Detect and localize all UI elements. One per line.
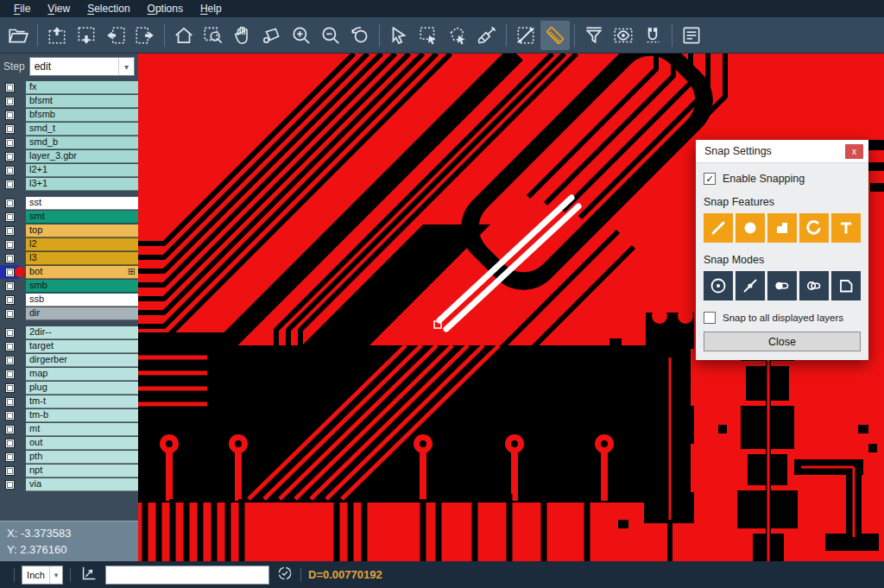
layer-visibility-checkbox[interactable] — [0, 177, 19, 191]
layer-visibility-checkbox[interactable] — [0, 464, 19, 477]
select-window-button[interactable] — [414, 21, 443, 50]
layer-visibility-checkbox[interactable] — [0, 149, 19, 163]
snap-slot-filled-button[interactable] — [767, 271, 797, 300]
snap-corner-button[interactable] — [831, 271, 861, 300]
layer-row-l3[interactable]: l3 — [0, 251, 138, 265]
filter-button[interactable] — [579, 21, 609, 50]
layer-visibility-checkbox[interactable] — [0, 422, 19, 436]
layer-row-top[interactable]: top — [0, 224, 138, 237]
clean-brush-button[interactable] — [472, 21, 502, 50]
zoom-polygon-button[interactable] — [257, 21, 287, 50]
layer-visibility-checkbox[interactable] — [0, 279, 19, 293]
report-button[interactable] — [677, 21, 706, 50]
snap-pad-button[interactable] — [767, 213, 797, 243]
layer-visibility-checkbox[interactable] — [0, 251, 19, 265]
snap-center-button[interactable] — [704, 271, 733, 300]
ruler-button[interactable] — [540, 21, 570, 50]
layer-visibility-checkbox[interactable] — [0, 210, 19, 224]
layer-visibility-checkbox[interactable] — [0, 326, 19, 339]
snap-line-button[interactable] — [704, 213, 733, 243]
pan-left-button[interactable] — [101, 21, 130, 50]
layer-row-ssb[interactable]: ssb — [0, 293, 138, 307]
layer-row-via[interactable]: via — [0, 477, 138, 491]
layer-row-fx[interactable]: fx — [0, 80, 138, 94]
snap-dialog-titlebar[interactable]: Snap Settings x — [696, 140, 868, 163]
layer-row-l2[interactable]: l2 — [0, 237, 138, 251]
menu-item-help[interactable]: Help — [192, 1, 230, 16]
layer-row-tm-b[interactable]: tm-b — [0, 408, 138, 422]
open-button[interactable] — [3, 21, 33, 50]
snap-arc-button[interactable] — [799, 213, 829, 243]
layer-visibility-checkbox[interactable] — [0, 196, 19, 210]
layer-row-dir[interactable]: dir — [0, 307, 138, 320]
menu-item-file[interactable]: File — [5, 1, 39, 16]
close-button[interactable]: Close — [704, 332, 861, 351]
zoom-in-button[interactable] — [287, 21, 316, 50]
coordinate-input[interactable] — [105, 566, 269, 585]
home-button[interactable] — [169, 21, 199, 50]
layer-row-out[interactable]: out — [0, 436, 138, 450]
refresh-check-icon[interactable] — [276, 565, 294, 585]
layer-row-dirgerber[interactable]: dirgerber — [0, 353, 138, 367]
layer-row-smd_b[interactable]: smd_b — [0, 136, 138, 149]
close-icon[interactable]: x — [845, 144, 863, 159]
layer-row-l2+1[interactable]: l2+1 — [0, 163, 138, 177]
layer-row-bot[interactable]: bot⊞ — [0, 265, 138, 279]
layer-visibility-checkbox[interactable] — [0, 136, 19, 149]
menu-item-selection[interactable]: Selection — [79, 1, 138, 16]
layer-row-map[interactable]: map — [0, 367, 138, 381]
layer-row-target[interactable]: target — [0, 339, 138, 353]
show-hide-button[interactable] — [609, 21, 638, 50]
select-arrow-button[interactable] — [384, 21, 414, 50]
snap-all-layers-checkbox[interactable] — [704, 312, 716, 324]
layer-visibility-checkbox[interactable] — [0, 408, 19, 422]
layer-visibility-checkbox[interactable] — [0, 80, 19, 94]
layer-visibility-checkbox[interactable] — [0, 293, 19, 307]
layer-visibility-checkbox[interactable] — [0, 395, 19, 408]
layer-visibility-checkbox[interactable] — [0, 94, 19, 108]
layer-visibility-checkbox[interactable] — [0, 307, 19, 320]
layer-visibility-checkbox[interactable] — [0, 163, 19, 177]
layer-row-bfsmt[interactable]: bfsmt — [0, 94, 138, 108]
layer-row-sst[interactable]: sst — [0, 196, 138, 210]
layer-row-smt[interactable]: smt — [0, 210, 138, 224]
layer-visibility-checkbox[interactable] — [0, 122, 19, 136]
enable-snapping-checkbox[interactable]: ✓ — [704, 173, 716, 185]
menu-item-view[interactable]: View — [39, 1, 79, 16]
snap-midpoint-button[interactable] — [736, 271, 765, 300]
select-polygon-button[interactable] — [443, 21, 472, 50]
zoom-previous-button[interactable] — [345, 21, 375, 50]
layer-row-npt[interactable]: npt — [0, 464, 138, 477]
pan-hand-button[interactable] — [228, 21, 257, 50]
layer-visibility-checkbox[interactable] — [0, 237, 19, 251]
layer-row-mt[interactable]: mt — [0, 422, 138, 436]
step-select[interactable]: edit ▾ — [29, 57, 135, 76]
zoom-window-button[interactable] — [199, 21, 228, 50]
layer-visibility-checkbox[interactable] — [0, 224, 19, 237]
enable-snapping-row[interactable]: ✓ Enable Snapping — [704, 173, 861, 185]
layer-row-layer_3.gbr[interactable]: layer_3.gbr — [0, 149, 138, 163]
snap-button[interactable] — [638, 21, 667, 50]
layer-row-2dir--[interactable]: 2dir-- — [0, 326, 138, 339]
pan-down-button[interactable] — [72, 21, 101, 50]
layer-visibility-checkbox[interactable] — [0, 108, 19, 122]
layer-row-smb[interactable]: smb — [0, 279, 138, 293]
layer-row-plug[interactable]: plug — [0, 381, 138, 395]
snap-slot-outline-button[interactable] — [799, 271, 829, 300]
unit-select[interactable]: Inch ▾ — [22, 566, 63, 585]
snap-all-layers-row[interactable]: Snap to all displayed layers — [704, 312, 861, 324]
angle-corner-icon[interactable] — [79, 564, 98, 586]
menu-item-options[interactable]: Options — [139, 1, 192, 16]
layer-visibility-checkbox[interactable] — [0, 381, 19, 395]
layer-row-smd_t[interactable]: smd_t — [0, 122, 138, 136]
layer-visibility-checkbox[interactable] — [0, 353, 19, 367]
pan-right-button[interactable] — [130, 21, 160, 50]
zoom-out-button[interactable] — [316, 21, 345, 50]
measure-line-button[interactable] — [511, 21, 540, 50]
pan-up-button[interactable] — [42, 21, 72, 50]
snap-text-button[interactable] — [831, 213, 861, 243]
layer-visibility-checkbox[interactable] — [0, 367, 19, 381]
layer-visibility-checkbox[interactable] — [0, 450, 19, 464]
layer-visibility-checkbox[interactable] — [0, 477, 19, 491]
snap-circle-button[interactable] — [736, 213, 765, 243]
